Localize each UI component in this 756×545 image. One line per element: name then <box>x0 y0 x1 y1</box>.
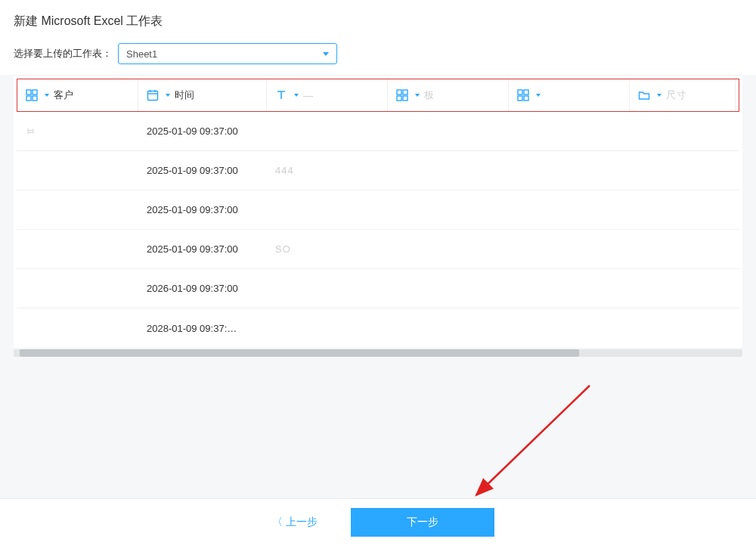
cell-time: 2025-01-09 09:37:00 <box>138 125 266 137</box>
calendar-icon <box>146 88 160 102</box>
cell-time: 2025-01-09 09:37:00 <box>138 165 266 176</box>
next-button-label: 下一步 <box>407 516 438 529</box>
svg-rect-13 <box>524 90 528 94</box>
sheet-select-label: 选择要上传的工作表： <box>14 47 112 60</box>
sheet-select-row: 选择要上传的工作表： Sheet1 <box>0 36 756 75</box>
column-header-text[interactable]: — <box>267 79 388 111</box>
table-body: ㅂ 2025-01-09 09:37:00 2025-01-09 09:37:0… <box>17 112 739 348</box>
svg-rect-11 <box>403 96 407 101</box>
svg-rect-8 <box>397 90 401 94</box>
svg-rect-4 <box>148 91 158 101</box>
column-label: 客户 <box>54 88 73 102</box>
column-label: 尺寸 <box>666 88 687 102</box>
cell-time: 2025-01-09 09:37:00 <box>138 204 266 215</box>
chevron-left-icon: 〈 <box>272 516 283 529</box>
svg-rect-10 <box>397 96 401 101</box>
next-button[interactable]: 下一步 <box>351 508 494 537</box>
table-row[interactable]: ㅂ 2025-01-09 09:37:00 <box>17 112 739 151</box>
column-header-customer[interactable]: 客户 <box>17 79 138 111</box>
table-row[interactable]: 2028-01-09 09:37:… <box>17 308 739 348</box>
chevron-down-icon <box>45 94 49 97</box>
svg-rect-14 <box>518 96 522 101</box>
column-label: — <box>303 90 314 101</box>
sheet-select-dropdown[interactable]: Sheet1 <box>118 43 337 64</box>
svg-rect-12 <box>518 90 522 94</box>
cell-customer: ㅂ <box>17 125 138 138</box>
svg-rect-15 <box>524 96 528 101</box>
cell: 444 <box>266 165 387 176</box>
table-row[interactable]: 2025-01-09 09:37:00 SO <box>17 230 739 269</box>
column-header-board[interactable]: 板 <box>388 79 509 111</box>
horizontal-scrollbar[interactable] <box>14 349 742 357</box>
page-title: 新建 Microsoft Excel 工作表 <box>14 14 742 29</box>
svg-rect-1 <box>33 90 37 94</box>
sheet-select-value: Sheet1 <box>126 48 157 60</box>
table-row[interactable]: 2025-01-09 09:37:00 444 <box>17 151 739 190</box>
grid-icon <box>395 88 409 102</box>
cell-time: 2026-01-09 09:37:00 <box>138 283 266 294</box>
table-row[interactable]: 2025-01-09 09:37:00 <box>17 190 739 230</box>
footer-bar: 〈 上一步 下一步 <box>0 498 756 545</box>
chevron-down-icon <box>415 94 420 97</box>
column-header-time[interactable]: 时间 <box>138 79 267 111</box>
folder-icon <box>637 88 651 102</box>
svg-rect-9 <box>403 90 407 94</box>
table-container: 客户 时间 — 板 <box>14 75 742 348</box>
chevron-down-icon <box>294 94 299 97</box>
chevron-down-icon <box>323 52 329 56</box>
cell-time: 2028-01-09 09:37:… <box>138 323 266 334</box>
chevron-down-icon <box>166 94 170 97</box>
prev-button-label: 上一步 <box>286 516 318 529</box>
cell-time: 2025-01-09 09:37:00 <box>138 243 266 255</box>
svg-rect-2 <box>26 96 31 101</box>
table-row[interactable]: 2026-01-09 09:37:00 <box>17 269 739 308</box>
prev-button[interactable]: 〈 上一步 <box>262 509 328 535</box>
page-header: 新建 Microsoft Excel 工作表 <box>0 0 756 36</box>
text-icon <box>274 88 288 102</box>
column-header-row: 客户 时间 — 板 <box>17 79 739 112</box>
column-header-number[interactable]: 123 <box>736 79 742 111</box>
column-header-size[interactable]: 尺寸 <box>630 79 736 111</box>
svg-rect-3 <box>33 96 37 101</box>
cell: SO <box>266 243 387 255</box>
column-label: 时间 <box>175 88 194 102</box>
svg-rect-0 <box>26 90 31 94</box>
chevron-down-icon <box>657 94 662 97</box>
grid-icon <box>25 88 39 102</box>
scrollbar-thumb[interactable] <box>20 349 579 357</box>
svg-line-17 <box>476 386 590 495</box>
chevron-down-icon <box>536 94 541 97</box>
column-label: 板 <box>424 88 435 102</box>
grid-icon <box>516 88 530 102</box>
column-header-blank[interactable] <box>509 79 630 111</box>
